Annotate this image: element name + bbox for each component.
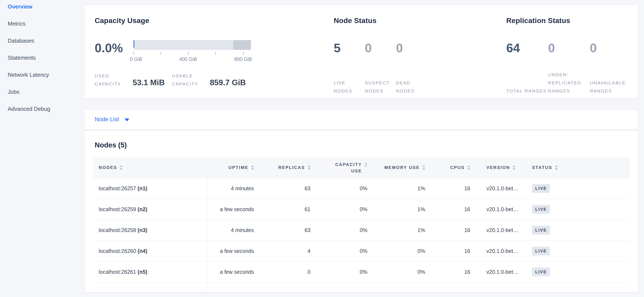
main-content: Capacity Usage 0.0%: [84, 0, 644, 297]
caret-down-icon: [124, 118, 129, 121]
cell-replicas: 63: [260, 220, 316, 241]
cell-memory-use: 1%: [374, 220, 431, 241]
node-status-section: Node Status 5 LIVE NODES 0 SUSPECT NODES…: [334, 16, 506, 98]
usable-capacity-value: 859.7 GiB: [210, 78, 246, 87]
axis-label-800: 800 GiB: [234, 56, 252, 62]
cell-uptime: a few seconds: [207, 199, 260, 220]
cell-memory-use: 1%: [374, 199, 431, 220]
table-row: localhost:26257 (n1) 4 minutes 63 0% 1% …: [94, 178, 630, 199]
sort-icon[interactable]: [513, 165, 516, 170]
axis-tick: [243, 52, 244, 55]
cell-capacity-use: 0%: [316, 241, 374, 262]
cell-replicas: 4: [260, 241, 316, 262]
cell-cpus: 16: [431, 178, 476, 199]
table-row: localhost:26260 (n4) a few seconds 4 0% …: [94, 241, 630, 262]
sort-icon[interactable]: [364, 162, 368, 167]
suspect-nodes-metric: 0 SUSPECT NODES: [365, 40, 396, 95]
sidebar-item-metrics[interactable]: Metrics: [8, 15, 84, 32]
dead-nodes-value: 0: [396, 40, 427, 70]
sidebar-item-statements[interactable]: Statements: [8, 49, 84, 66]
axis-tick: [160, 52, 161, 55]
capacity-axis-ticks: [134, 52, 251, 55]
dead-nodes-label: DEAD NODES: [396, 79, 427, 95]
cell-memory-use: 1%: [374, 178, 431, 199]
under-replicated-metric: 0 UNDER-REPLICATED RANGES: [548, 40, 590, 95]
axis-tick: [216, 52, 216, 55]
cell-status: LIVE: [529, 262, 630, 282]
capacity-bar: [134, 40, 251, 50]
sort-icon[interactable]: [120, 165, 122, 170]
used-capacity-label: USED CAPACITY: [95, 72, 127, 88]
sort-icon[interactable]: [467, 165, 470, 170]
table-header-row: NODES UPTIME REPLICAS CAPACITY USE: [94, 157, 630, 178]
axis-tick: [188, 52, 188, 55]
column-header-status: STATUS: [529, 157, 630, 178]
unavailable-ranges-metric: 0 UNAVAILABLE RANGES: [590, 40, 632, 95]
status-badge: LIVE: [532, 226, 550, 235]
status-badge: LIVE: [532, 184, 550, 193]
nodes-table-title: Nodes (5): [95, 141, 630, 149]
column-header-cpus: CPUS: [431, 157, 476, 178]
capacity-used-marker: [134, 40, 134, 47]
node-list-bar: Node List: [84, 109, 638, 129]
cell-cpus: 16: [431, 220, 476, 241]
cell-nodes: localhost:26261 (n5): [94, 262, 207, 282]
cell-replicas: 0: [260, 262, 316, 282]
suspect-nodes-label: SUSPECT NODES: [365, 79, 396, 95]
column-header-uptime: UPTIME: [207, 157, 260, 178]
cell-status: LIVE: [529, 178, 630, 199]
column-header-capacity-use: CAPACITY USE: [316, 157, 374, 178]
cell-cpus: 16: [431, 262, 476, 282]
cell-uptime: a few seconds: [207, 262, 260, 282]
cell-memory-use: 0%: [374, 262, 431, 282]
usable-capacity-label: USABLE CAPACITY: [172, 72, 204, 88]
sort-icon[interactable]: [308, 165, 310, 170]
cell-version: v20.1.0-bet…: [476, 262, 529, 282]
node-link[interactable]: localhost:26261 (n5): [99, 269, 147, 275]
capacity-usage-section: Capacity Usage 0.0%: [95, 16, 334, 98]
sidebar: Overview Metrics Databases Statements Ne…: [0, 0, 84, 297]
cluster-overview-page: Overview Metrics Databases Statements Ne…: [0, 0, 644, 297]
sort-icon[interactable]: [251, 165, 254, 170]
total-ranges-label: TOTAL RANGES: [506, 87, 548, 95]
cell-replicas: 63: [260, 178, 316, 199]
table-row: localhost:26258 (n3) 4 minutes 63 0% 1% …: [94, 220, 630, 241]
table-row: localhost:26261 (n5) a few seconds 0 0% …: [94, 262, 630, 283]
node-link[interactable]: localhost:26257 (n1): [99, 185, 147, 192]
sidebar-item-network-latency[interactable]: Network Latency: [8, 66, 84, 83]
sidebar-item-jobs[interactable]: Jobs: [8, 83, 84, 100]
live-nodes-value: 5: [334, 40, 365, 70]
nodes-table: NODES UPTIME REPLICAS CAPACITY USE: [94, 157, 630, 291]
replication-status-title: Replication Status: [506, 16, 638, 25]
capacity-meter: 0 GiB 400 GiB 800 GiB: [134, 40, 251, 63]
cell-capacity-use: 0%: [316, 262, 374, 282]
node-link[interactable]: localhost:26259 (n2): [99, 206, 147, 212]
status-badge: LIVE: [532, 247, 550, 256]
status-badge: LIVE: [532, 268, 550, 276]
sort-icon[interactable]: [422, 165, 425, 170]
sidebar-item-advanced-debug[interactable]: Advanced Debug: [8, 100, 84, 117]
cell-capacity-use: 0%: [316, 220, 374, 241]
sidebar-item-databases[interactable]: Databases: [8, 32, 84, 49]
cell-version: v20.1.0-bet…: [476, 220, 529, 241]
unavailable-ranges-value: 0: [590, 40, 632, 70]
capacity-axis-labels: 0 GiB 400 GiB 800 GiB: [134, 56, 251, 63]
cluster-summary-card: Capacity Usage 0.0%: [84, 5, 638, 98]
table-row: localhost:26259 (n2) a few seconds 61 0%…: [94, 199, 630, 220]
total-ranges-metric: 64 TOTAL RANGES: [506, 40, 548, 95]
cell-uptime: 4 minutes: [207, 220, 260, 241]
unavailable-ranges-label: UNAVAILABLE RANGES: [590, 79, 632, 95]
axis-tick: [134, 52, 134, 55]
column-header-replicas: REPLICAS: [260, 157, 316, 178]
node-list-dropdown[interactable]: Node List: [95, 116, 129, 123]
sort-icon[interactable]: [555, 165, 558, 170]
node-link[interactable]: localhost:26260 (n4): [99, 248, 147, 254]
node-link[interactable]: localhost:26258 (n3): [99, 227, 147, 233]
cell-memory-use: 0%: [374, 241, 431, 262]
live-nodes-label: LIVE NODES: [334, 79, 365, 95]
live-nodes-metric: 5 LIVE NODES: [334, 40, 365, 95]
column-header-nodes: NODES: [94, 157, 207, 178]
column-header-memory-use: MEMORY USE: [374, 157, 431, 178]
sidebar-item-overview[interactable]: Overview: [8, 0, 84, 15]
total-ranges-value: 64: [506, 40, 548, 70]
